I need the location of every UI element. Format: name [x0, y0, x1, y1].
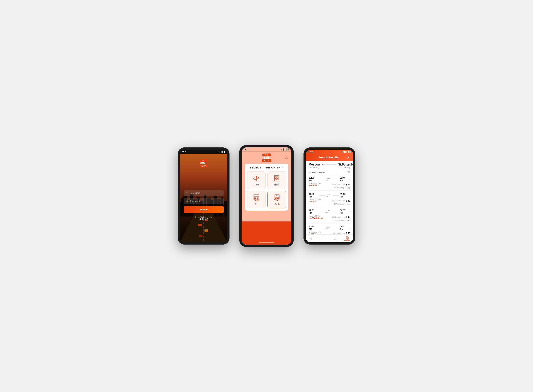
- svg-text:+: +: [273, 175, 274, 177]
- svg-rect-37: [257, 197, 258, 198]
- phone-login: 09:41 ⏼ ▌▌▌ ▊: [178, 147, 229, 245]
- profile-icon-select[interactable]: [285, 156, 288, 159]
- svg-text:+: +: [260, 178, 260, 179]
- svg-point-21: [286, 156, 287, 158]
- hotel-icon-box: + + +: [272, 174, 282, 182]
- sign-road: Road: [262, 159, 271, 162]
- type-card-flight[interactable]: + + + Flight: [247, 171, 266, 189]
- svg-rect-82: [347, 238, 348, 238]
- svg-text:+: +: [280, 177, 280, 179]
- result-item[interactable]: 12:20 AM 9 h 45 min 09:46 AM ›: [306, 175, 353, 191]
- svg-rect-69: [322, 237, 325, 240]
- username-label: Username: [190, 192, 200, 194]
- type-card-bus[interactable]: + + Bus: [247, 191, 266, 208]
- svg-rect-27: [277, 177, 278, 178]
- svg-rect-46: [277, 197, 278, 198]
- battery-icon-results: ▊▊: [348, 151, 351, 153]
- depart-3: 09:20 PM: [309, 225, 318, 231]
- arrive-3: 05:01 AM: [340, 225, 349, 231]
- wifi-icon-results: ⏼: [342, 151, 344, 153]
- svg-point-55: [322, 164, 323, 165]
- result-item[interactable]: 09:20 PM 9 h 45 min 05:01 AM ›: [306, 224, 353, 234]
- to-city: St.Petersburg: [338, 163, 353, 166]
- svg-rect-72: [323, 239, 323, 239]
- chevron-2: ›: [349, 210, 350, 213]
- select-logo: ON the Road: [262, 154, 271, 162]
- svg-rect-45: [275, 197, 276, 198]
- nav-bus[interactable]: [329, 236, 341, 241]
- svg-point-53: [348, 156, 349, 157]
- login-screen: ON the Road ◯ Username 🔒 Password: [180, 154, 227, 242]
- phone-select: 09:41 ⏼ ▌▌▌ ▊ ON the Road: [239, 145, 294, 247]
- profile-icon-results[interactable]: [347, 156, 350, 159]
- result-item[interactable]: 02:51 PM 3 h 46 min 06:37 PM ›: [306, 207, 353, 223]
- password-field[interactable]: 🔒 Password: [184, 198, 224, 204]
- bottom-nav: [306, 234, 353, 242]
- password-label: Password: [190, 200, 200, 202]
- flight-label: Flight: [254, 184, 259, 186]
- result-list: 12:20 AM 9 h 45 min 09:46 AM ›: [306, 175, 353, 234]
- depart-1: 01:56 AM: [309, 193, 318, 198]
- svg-rect-25: [274, 176, 279, 181]
- nav-train[interactable]: [341, 236, 353, 241]
- nav-active-indicator: [344, 240, 350, 241]
- results-header: ‹ Search Results: [306, 154, 353, 161]
- depart-2: 02:51 PM: [309, 209, 318, 214]
- svg-rect-81: [346, 238, 347, 238]
- svg-point-83: [346, 239, 347, 240]
- svg-rect-79: [346, 236, 348, 239]
- svg-text:+: +: [280, 175, 280, 176]
- from-date: Thu, 17 May: [309, 167, 319, 169]
- svg-marker-57: [335, 164, 337, 165]
- nav-flight-icon: [309, 236, 314, 240]
- type-grid: + + + Flight: [247, 171, 286, 208]
- svg-rect-18: [205, 229, 208, 232]
- signup-link[interactable]: SIGN UP: [184, 218, 224, 220]
- battery-icon-login: ▊: [224, 151, 225, 153]
- sign-the: the: [264, 156, 269, 159]
- battery-icon-select: ▊: [288, 149, 289, 150]
- bus-icon: + +: [252, 194, 261, 201]
- route-banner: Moscow St.Petersburg Thu, 17 M: [306, 161, 353, 170]
- filter-icon[interactable]: [347, 171, 350, 173]
- home-indicator: [259, 242, 274, 243]
- time-results: 09:41: [308, 150, 313, 153]
- svg-rect-19: [199, 235, 202, 237]
- svg-text:+: +: [259, 175, 260, 177]
- svg-rect-28: [275, 179, 276, 180]
- svg-rect-74: [334, 237, 337, 239]
- train-label: ● Train: [274, 203, 280, 205]
- svg-point-84: [347, 239, 348, 240]
- logo-road: Road: [200, 164, 208, 168]
- sign-on: ON: [262, 153, 271, 156]
- signin-button[interactable]: Sign In: [184, 206, 224, 213]
- svg-text:+: +: [259, 194, 260, 196]
- signal-icon-select: ▌▌▌: [283, 149, 287, 150]
- type-card-hotel[interactable]: + + + Hotel: [267, 171, 286, 189]
- svg-rect-17: [198, 224, 202, 226]
- signup-section: Don't have account? SIGN UP: [184, 216, 224, 220]
- svg-text:+: +: [252, 194, 253, 196]
- depart-0: 12:20 AM: [309, 177, 318, 182]
- nav-hotel-icon: [321, 236, 325, 240]
- username-field[interactable]: ◯ Username: [184, 190, 224, 196]
- svg-rect-34: [253, 195, 259, 200]
- svg-rect-29: [277, 179, 278, 180]
- select-type-card: SELECT TYPE OR TRIP +: [245, 164, 288, 211]
- result-item[interactable]: 01:56 AM 11 h 4 min 01:00 PM ›: [306, 191, 353, 207]
- nav-hotel[interactable]: [318, 236, 329, 241]
- signal-icon-results: ▌▌▌: [344, 151, 348, 153]
- nav-flight[interactable]: [306, 236, 318, 241]
- type-card-train[interactable]: + + ● Train: [267, 191, 286, 208]
- user-icon: ◯: [186, 192, 188, 194]
- bus-label: Bus: [254, 203, 258, 205]
- chevron-0: ›: [349, 178, 350, 181]
- hotel-label: Hotel: [274, 184, 279, 186]
- svg-rect-36: [254, 197, 256, 198]
- svg-rect-73: [324, 239, 324, 239]
- results-screen: ‹ Search Results Moscow: [306, 154, 353, 242]
- wifi-icon-select: ⏼: [281, 149, 283, 150]
- svg-rect-26: [275, 177, 276, 178]
- logo-the: the: [200, 162, 205, 165]
- train-icon: + +: [272, 194, 281, 201]
